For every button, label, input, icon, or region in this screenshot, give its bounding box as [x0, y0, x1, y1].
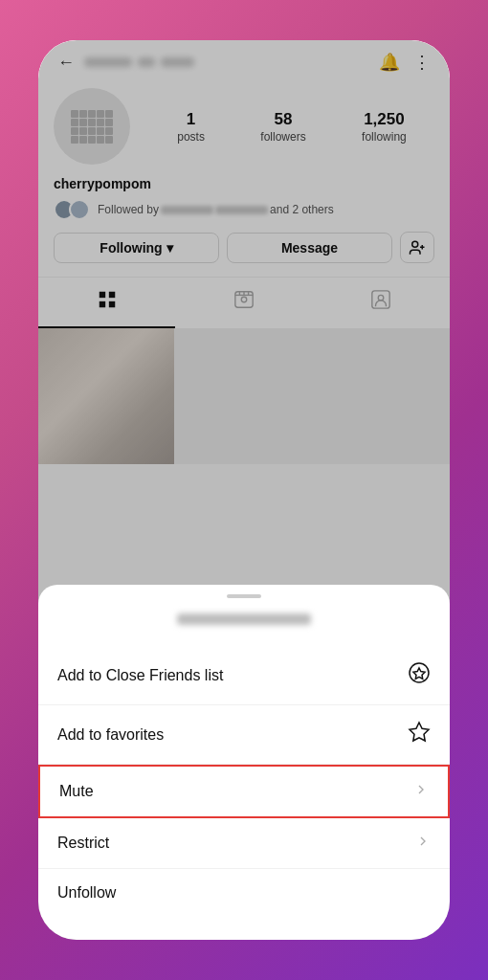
restrict-item[interactable]: Restrict — [38, 818, 450, 869]
svg-marker-15 — [413, 668, 425, 679]
unfollow-label: Unfollow — [57, 884, 116, 902]
favorites-item[interactable]: Add to favorites — [38, 705, 450, 765]
mute-item[interactable]: Mute — [38, 765, 450, 818]
close-friends-item[interactable]: Add to Close Friends list — [38, 646, 450, 705]
bottom-sheet-overlay: Add to Close Friends list Add to favorit… — [38, 40, 450, 940]
unfollow-item[interactable]: Unfollow — [38, 869, 450, 917]
bottom-sheet: Add to Close Friends list Add to favorit… — [38, 585, 450, 940]
favorites-label: Add to favorites — [57, 726, 164, 744]
sheet-username — [38, 612, 450, 629]
svg-point-14 — [410, 663, 429, 682]
svg-marker-16 — [410, 723, 429, 741]
sheet-handle — [227, 594, 261, 598]
close-friends-icon — [408, 661, 431, 689]
mute-label: Mute — [59, 783, 94, 800]
close-friends-label: Add to Close Friends list — [57, 667, 223, 684]
favorites-icon — [408, 721, 431, 748]
restrict-label: Restrict — [57, 835, 109, 852]
sheet-username-blur — [177, 613, 311, 625]
restrict-chevron-icon — [415, 834, 431, 853]
mute-chevron-icon — [413, 782, 429, 801]
